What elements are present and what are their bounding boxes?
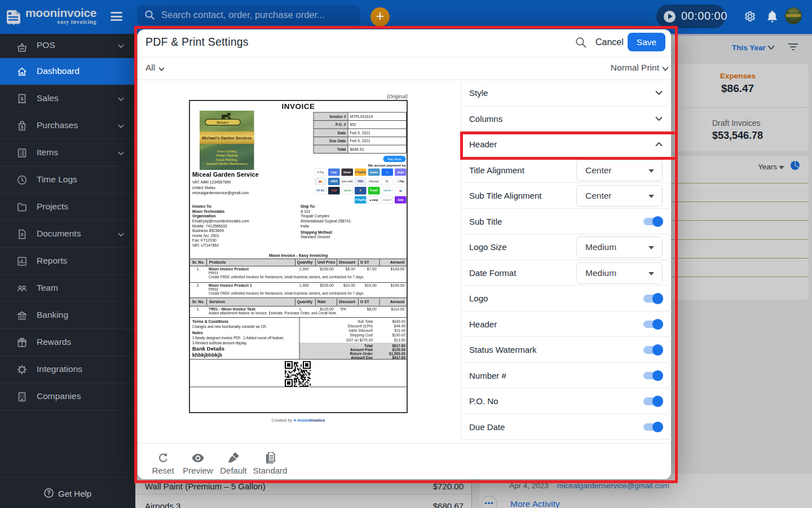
svg-text:$: $ bbox=[20, 96, 23, 102]
svg-text:$: $ bbox=[21, 124, 24, 130]
svg-text:?: ? bbox=[47, 490, 50, 496]
